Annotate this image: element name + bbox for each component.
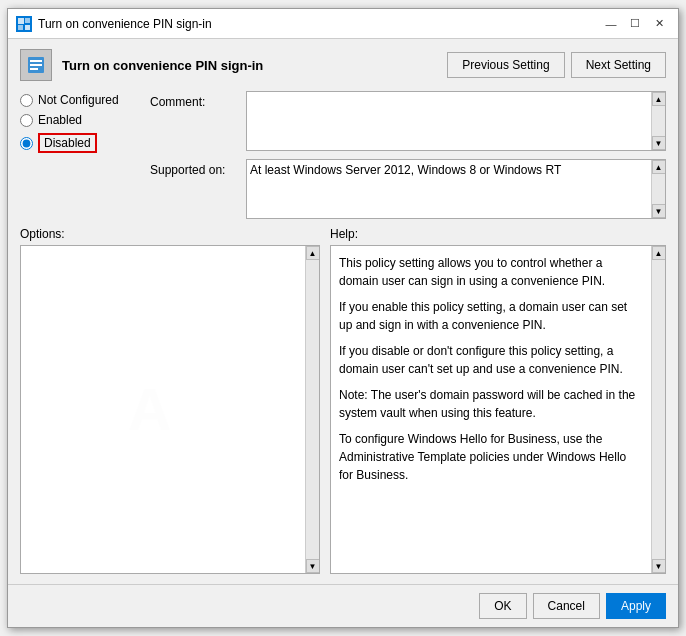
help-para-1: This policy setting allows you to contro… (339, 254, 643, 290)
policy-title: Turn on convenience PIN sign-in (62, 58, 447, 73)
help-content: This policy setting allows you to contro… (331, 246, 651, 573)
help-label: Help: (330, 227, 666, 241)
comment-row: Comment: ▲ ▼ (150, 91, 666, 151)
title-bar-text: Turn on convenience PIN sign-in (38, 17, 600, 31)
help-para-4: Note: The user's domain password will be… (339, 386, 643, 422)
previous-setting-button[interactable]: Previous Setting (447, 52, 564, 78)
options-box: A ▲ ▼ (20, 245, 320, 574)
help-section: Help: This policy setting allows you to … (330, 227, 666, 574)
options-content: A (21, 246, 305, 573)
comment-field-container: ▲ ▼ (246, 91, 666, 151)
disabled-label: Disabled (44, 136, 91, 150)
comment-label: Comment: (150, 91, 240, 109)
svg-text:A: A (128, 376, 171, 443)
options-scrollbar: ▲ ▼ (305, 246, 319, 573)
svg-rect-5 (30, 60, 42, 62)
title-bar: Turn on convenience PIN sign-in — ☐ ✕ (8, 9, 678, 39)
supported-scroll-track[interactable] (652, 174, 665, 204)
help-scroll-down[interactable]: ▼ (652, 559, 666, 573)
options-help-row: Options: A ▲ ▼ Help: (20, 227, 666, 574)
help-scroll-up[interactable]: ▲ (652, 246, 666, 260)
radio-not-configured[interactable]: Not Configured (20, 93, 140, 107)
policy-icon (20, 49, 52, 81)
header-buttons: Previous Setting Next Setting (447, 52, 666, 78)
svg-rect-0 (18, 18, 24, 24)
help-scroll-track[interactable] (652, 260, 665, 559)
dialog-footer: OK Cancel Apply (8, 584, 678, 627)
title-bar-controls: — ☐ ✕ (600, 13, 670, 35)
maximize-button[interactable]: ☐ (624, 13, 646, 35)
radio-disabled[interactable]: Disabled (20, 133, 140, 153)
supported-text: At least Windows Server 2012, Windows 8 … (247, 160, 651, 218)
help-para-5: To configure Windows Hello for Business,… (339, 430, 643, 484)
options-section: Options: A ▲ ▼ (20, 227, 320, 574)
supported-scrollbar: ▲ ▼ (651, 160, 665, 218)
main-window: Turn on convenience PIN sign-in — ☐ ✕ Tu… (7, 8, 679, 628)
minimize-button[interactable]: — (600, 13, 622, 35)
supported-label: Supported on: (150, 159, 240, 177)
svg-rect-7 (30, 68, 38, 70)
supported-scroll-down[interactable]: ▼ (652, 204, 666, 218)
comment-text (247, 92, 651, 150)
svg-rect-2 (18, 25, 23, 30)
svg-rect-6 (30, 64, 42, 66)
help-para-3: If you disable or don't configure this p… (339, 342, 643, 378)
ok-button[interactable]: OK (479, 593, 526, 619)
header-row: Turn on convenience PIN sign-in Previous… (20, 49, 666, 81)
scroll-track[interactable] (652, 106, 665, 136)
supported-row: Supported on: At least Windows Server 20… (150, 159, 666, 219)
options-label: Options: (20, 227, 320, 241)
apply-button[interactable]: Apply (606, 593, 666, 619)
close-button[interactable]: ✕ (648, 13, 670, 35)
help-box: This policy setting allows you to contro… (330, 245, 666, 574)
options-scroll-up[interactable]: ▲ (306, 246, 320, 260)
svg-rect-3 (25, 25, 30, 30)
next-setting-button[interactable]: Next Setting (571, 52, 666, 78)
radio-enabled[interactable]: Enabled (20, 113, 140, 127)
cancel-button[interactable]: Cancel (533, 593, 600, 619)
help-scrollbar: ▲ ▼ (651, 246, 665, 573)
right-fields: Comment: ▲ ▼ Supported on: At least Wind… (150, 91, 666, 219)
radio-group: Not Configured Enabled Disabled (20, 91, 140, 219)
scroll-up-arrow[interactable]: ▲ (652, 92, 666, 106)
help-para-2: If you enable this policy setting, a dom… (339, 298, 643, 334)
enabled-label: Enabled (38, 113, 82, 127)
supported-field-container: At least Windows Server 2012, Windows 8 … (246, 159, 666, 219)
svg-rect-1 (25, 18, 30, 23)
supported-scroll-up[interactable]: ▲ (652, 160, 666, 174)
middle-section: Not Configured Enabled Disabled Comment: (20, 91, 666, 219)
window-icon (16, 16, 32, 32)
not-configured-label: Not Configured (38, 93, 119, 107)
options-scroll-down[interactable]: ▼ (306, 559, 320, 573)
disabled-label-highlight: Disabled (38, 133, 97, 153)
dialog-content: Turn on convenience PIN sign-in Previous… (8, 39, 678, 584)
scroll-down-arrow[interactable]: ▼ (652, 136, 666, 150)
options-scroll-track[interactable] (306, 260, 319, 559)
comment-scrollbar: ▲ ▼ (651, 92, 665, 150)
